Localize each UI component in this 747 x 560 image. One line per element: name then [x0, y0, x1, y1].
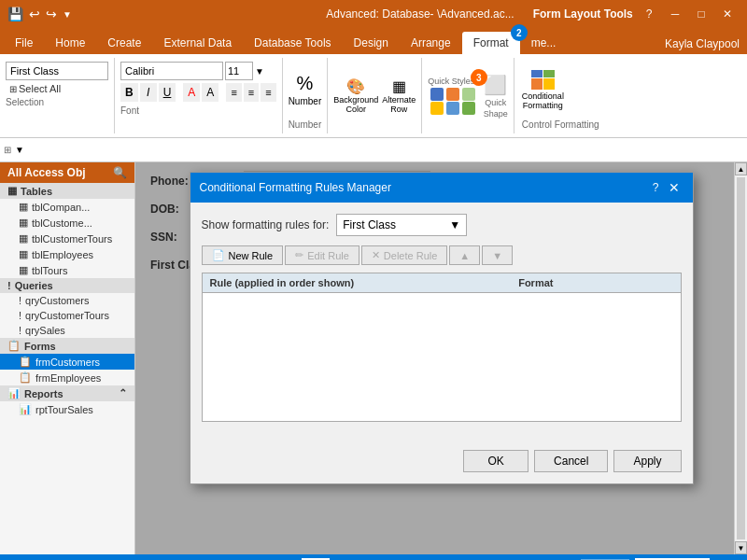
nav-item-tblcustomer[interactable]: ▦tblCustome... [0, 215, 134, 231]
number-button[interactable]: Number [289, 96, 322, 106]
title-bar-left: 💾 ↩ ↪ ▼ [7, 7, 322, 21]
nav-item-qrycustomers[interactable]: !qryCustomers [0, 293, 134, 308]
modal-close-button[interactable]: ✕ [665, 178, 684, 197]
nav-section-forms[interactable]: 📋 Forms [0, 338, 134, 354]
main-area: All Access Obj 🔍 ▦ Tables ▦tblCompan... … [0, 162, 747, 554]
form-icon: 📋 [19, 356, 32, 368]
background-color-icon[interactable]: 🎨 [346, 77, 365, 95]
italic-button[interactable]: I [140, 83, 157, 102]
maximize-button[interactable]: □ [689, 4, 713, 24]
nav-section-tables[interactable]: ▦ Tables [0, 183, 134, 199]
tab-create[interactable]: Create [96, 32, 152, 54]
nav-item-qrycustomertours[interactable]: !qryCustomerTours [0, 308, 134, 323]
tab-format[interactable]: Format 2 [462, 32, 520, 54]
cf-group: ConditionalFormatting Control Formatting [514, 58, 607, 133]
alternate-row-icon[interactable]: ▦ [392, 77, 406, 95]
nav-item-tbltours[interactable]: ▦tblTours [0, 262, 134, 278]
scroll-down-button[interactable]: ▼ [735, 541, 747, 554]
title-bar-controls: ? ─ □ ✕ [637, 4, 740, 24]
tab-database-tools[interactable]: Database Tools [243, 32, 343, 54]
dropdown-arrow-icon[interactable]: ▼ [63, 9, 72, 20]
show-rules-dropdown[interactable]: First Class ▼ [336, 214, 467, 236]
ok-button[interactable]: OK [463, 450, 529, 472]
reports-collapse-icon[interactable]: ⌃ [119, 387, 127, 399]
tab-file[interactable]: File [4, 32, 44, 54]
redo-icon[interactable]: ↪ [46, 7, 57, 21]
nav-search-icon[interactable]: 🔍 [113, 166, 127, 179]
font-size-down-icon[interactable]: ▼ [255, 66, 264, 77]
move-up-button[interactable]: ▲ [449, 245, 480, 265]
cf-group-label: Control Formatting [522, 119, 599, 130]
nav-section-reports[interactable]: 📊 Reports ⌃ [0, 385, 134, 401]
nav-item-qrysales[interactable]: !qrySales [0, 323, 134, 338]
select-all-button[interactable]: ⊞ Select All [6, 82, 108, 95]
font-group: ▼ B I U A A ≡ ≡ ≡ Font [115, 58, 283, 133]
user-name: Kayla Claypool [657, 34, 747, 54]
vertical-scrollbar[interactable]: ▲ ▼ [734, 162, 747, 554]
number-group: % Number Number [283, 58, 329, 133]
delete-rule-button[interactable]: ✕ Delete Rule [361, 245, 447, 265]
nav-pane-header: All Access Obj 🔍 [0, 162, 134, 183]
nav-item-frmcustomers[interactable]: 📋frmCustomers [0, 354, 134, 370]
nav-item-rpttoursales[interactable]: 📊rptTourSales [0, 401, 134, 417]
status-bar: Layout View Record: |◄ ◄ of 156 ► ►| ►* … [0, 554, 747, 560]
nav-item-frmemployees[interactable]: 📋frmEmployees [0, 370, 134, 385]
undo-icon[interactable]: ↩ [29, 7, 40, 21]
quick-styles-group: Quick Styles - 3 ⬜ Quick Shape [422, 58, 514, 133]
bold-button[interactable]: B [120, 83, 138, 102]
formula-bar-expand-icon[interactable]: ▼ [15, 145, 24, 155]
align-left-button[interactable]: ≡ [226, 83, 241, 102]
font-color-button[interactable]: A [183, 83, 200, 102]
tab-arrange[interactable]: Arrange [400, 32, 462, 54]
badge-2: 2 [511, 24, 528, 41]
modal-footer: OK Cancel Apply [190, 444, 693, 483]
title-bar-title: Advanced: Database- \Advanced.ac... Form… [322, 7, 637, 21]
apply-button[interactable]: Apply [613, 450, 681, 472]
cancel-button[interactable]: Cancel [534, 450, 608, 472]
font-name-input[interactable] [120, 62, 223, 80]
modal-rules-for-row: Show formatting rules for: First Class ▼ [202, 214, 682, 236]
scroll-up-button[interactable]: ▲ [735, 162, 747, 175]
modal-help-icon[interactable]: ? [653, 181, 659, 194]
move-down-button[interactable]: ▼ [482, 245, 513, 265]
nav-item-tblemployees[interactable]: ▦tblEmployees [0, 246, 134, 262]
show-rules-label: Show formatting rules for: [202, 218, 330, 231]
font-size-input[interactable] [225, 62, 253, 80]
nav-section-queries[interactable]: ! Queries [0, 278, 134, 293]
query-icon: ! [19, 295, 21, 306]
edit-rule-button[interactable]: ✏ Edit Rule [285, 245, 359, 265]
name-box-input[interactable] [6, 62, 108, 80]
scroll-thumb[interactable] [737, 177, 745, 539]
nav-item-tblcompany[interactable]: ▦tblCompan... [0, 199, 134, 215]
new-rule-icon: 📄 [212, 249, 225, 261]
query-icon: ! [19, 325, 21, 336]
modal-overlay: Conditional Formatting Rules Manager ? ✕… [135, 162, 747, 554]
underline-button[interactable]: U [159, 83, 176, 102]
shape-icon[interactable]: ⬜ [484, 74, 507, 96]
modal-toolbar: 📄 New Rule ✏ Edit Rule ✕ Delete Rule ▲ ▼ [202, 245, 682, 265]
rule-column-header: Rule (applied in order shown) [210, 277, 519, 288]
title-bar: 💾 ↩ ↪ ▼ Advanced: Database- \Advanced.ac… [0, 0, 747, 28]
help-icon[interactable]: ? [637, 4, 661, 24]
table-icon: ▦ [19, 201, 28, 213]
align-right-button[interactable]: ≡ [261, 83, 275, 102]
close-button[interactable]: ✕ [715, 4, 740, 24]
rule-table: Rule (applied in order shown) Format [202, 273, 682, 422]
tab-design[interactable]: Design [343, 32, 400, 54]
save-icon[interactable]: 💾 [7, 7, 23, 21]
align-center-button[interactable]: ≡ [244, 83, 259, 102]
highlight-button[interactable]: A [202, 83, 218, 102]
new-rule-button[interactable]: 📄 New Rule [202, 245, 284, 265]
ribbon-tabs: File Home Create External Data Database … [0, 28, 747, 54]
minimize-button[interactable]: ─ [663, 4, 687, 24]
tab-external-data[interactable]: External Data [152, 32, 243, 54]
report-section-icon: 📊 [7, 387, 21, 399]
query-section-icon: ! [7, 280, 11, 291]
nav-item-tblcustomertours[interactable]: ▦tblCustomerTours [0, 231, 134, 246]
modal-title: Conditional Formatting Rules Manager [200, 181, 391, 194]
tab-home[interactable]: Home [44, 32, 96, 54]
modal-title-bar: Conditional Formatting Rules Manager ? ✕ [190, 173, 693, 203]
font-group-label: Font [120, 105, 276, 116]
dropdown-arrow-icon: ▼ [449, 218, 460, 231]
report-icon: 📊 [19, 403, 32, 415]
